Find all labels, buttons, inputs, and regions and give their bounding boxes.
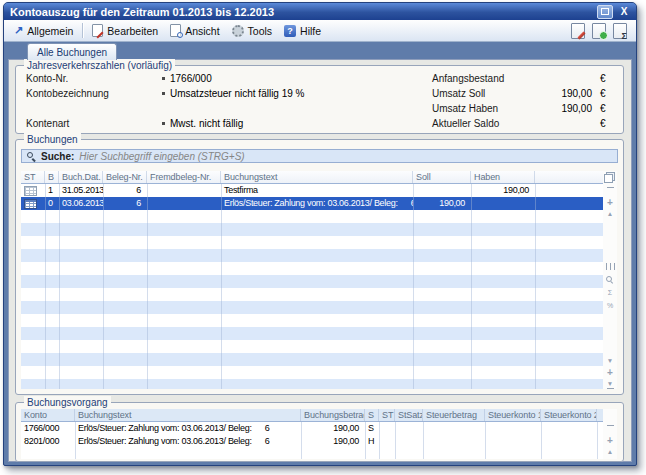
add-row-icon[interactable] xyxy=(603,369,617,377)
cell-b: 1 xyxy=(45,184,59,197)
help-icon xyxy=(284,25,296,37)
column-header-buchungsbetrag[interactable]: Buchungsbetrag xyxy=(301,409,365,421)
tab-page: Jahresverkehrszahlen (vorläufig) Konto-N… xyxy=(8,59,632,462)
groupbox-buchungsvorgang: Buchungsvorgang Konto Buchungstext Buchu… xyxy=(15,402,624,462)
cell-steuerkonto2 xyxy=(541,435,597,448)
cell-stsatz xyxy=(395,422,423,435)
field-value-umsatz-soll: 190,00 xyxy=(484,87,592,100)
groupbox-title: Buchungen xyxy=(24,133,81,146)
scroll-up-icon[interactable] xyxy=(603,210,617,217)
scroll-down-icon[interactable] xyxy=(603,357,617,364)
report-edit-icon[interactable] xyxy=(571,23,585,39)
window-controls xyxy=(597,5,630,19)
table-row-selected[interactable]: 0 03.06.2013 6 Erlös/Steuer: Zahlung vom… xyxy=(21,197,607,210)
column-header-fremdbelegnr[interactable]: Fremdbeleg-Nr. xyxy=(147,171,221,183)
percent-icon[interactable] xyxy=(603,302,617,309)
column-header-soll[interactable]: Soll xyxy=(413,171,471,183)
sum-icon[interactable] xyxy=(603,289,617,296)
column-divider xyxy=(147,184,148,389)
table-icon xyxy=(24,199,37,209)
process-nav-strip xyxy=(603,409,617,459)
search-icon xyxy=(27,152,36,161)
field-value-umsatz-haben: 190,00 xyxy=(484,102,592,115)
menu-bar: Allgemein Bearbeiten Ansicht Tools Hilfe xyxy=(4,20,636,42)
cell-s: S xyxy=(365,422,379,435)
menu-item-ansicht[interactable]: Ansicht xyxy=(164,22,225,39)
scroll-to-top-icon[interactable] xyxy=(603,187,617,189)
column-header-steuerkonto1[interactable]: Steuerkonto 1 xyxy=(485,409,541,421)
cell-steuerkonto1 xyxy=(485,422,541,435)
column-header-st[interactable]: ST xyxy=(21,171,45,183)
field-value-konto-nr: 1766/000 xyxy=(170,72,212,85)
menu-item-label: Ansicht xyxy=(185,25,219,37)
bookings-table-body[interactable]: 1 31.05.2013 6 Testfirma 190,00 0 xyxy=(21,184,607,389)
cell-belegnr: 6 xyxy=(103,184,147,197)
report-sum-icon[interactable] xyxy=(613,23,627,39)
cell-buchungstext: Erlös/Steuer: Zahlung vom: 03.06.2013/ B… xyxy=(221,197,413,210)
menu-item-bearbeiten[interactable]: Bearbeiten xyxy=(86,22,164,39)
scroll-to-bottom-icon[interactable] xyxy=(603,380,617,389)
search-input[interactable]: Suche: Hier Suchbegriff eingeben (STRG+S… xyxy=(21,149,618,163)
bookings-table-header[interactable]: ST B Buch.Dat. Beleg-Nr. Fremdbeleg-Nr. … xyxy=(21,171,607,184)
column-divider xyxy=(221,184,222,389)
scroll-up-icon[interactable] xyxy=(603,448,617,455)
tab-alle-buchungen[interactable]: Alle Buchungen xyxy=(27,43,117,60)
column-header-b[interactable]: B xyxy=(45,171,59,183)
table-row[interactable]: 1766/000 Erlös/Steuer: Zahlung vom: 03.0… xyxy=(21,422,607,435)
table-row[interactable]: 8201/000 Erlös/Steuer: Zahlung vom: 03.0… xyxy=(21,435,607,448)
cell-b: 0 xyxy=(45,197,59,210)
restore-window-button[interactable] xyxy=(597,5,613,19)
columns-icon[interactable] xyxy=(606,263,615,270)
add-row-icon[interactable] xyxy=(603,199,617,207)
window-title: Kontoauszug für den Zeitraum 01.2013 bis… xyxy=(10,6,274,18)
report-check-icon[interactable] xyxy=(592,23,606,39)
field-value-kontobezeichnung: Umsatzsteuer nicht fällig 19 % xyxy=(170,87,305,100)
column-header-buchungstext[interactable]: Buchungstext xyxy=(75,409,301,421)
column-header-s[interactable]: S xyxy=(365,409,379,421)
close-window-button[interactable] xyxy=(618,6,630,18)
app-window: Kontoauszug für den Zeitraum 01.2013 bis… xyxy=(3,2,637,466)
cell-filler xyxy=(535,197,607,210)
process-table-header[interactable]: Konto Buchungstext Buchungsbetrag S ST S… xyxy=(21,409,607,422)
column-header-buchdat[interactable]: Buch.Dat. xyxy=(59,171,103,183)
bullet-icon xyxy=(162,122,165,125)
cell-steuerbetrag xyxy=(423,435,485,448)
bullet-icon xyxy=(162,77,165,80)
zoom-icon[interactable] xyxy=(606,276,614,284)
column-header-steuerbetrag[interactable]: Steuerbetrag xyxy=(423,409,485,421)
cell-konto: 1766/000 xyxy=(21,422,75,435)
column-divider xyxy=(471,184,472,389)
menu-item-hilfe[interactable]: Hilfe xyxy=(278,23,327,39)
field-label-konto-nr: Konto-Nr. xyxy=(26,72,68,85)
row-status-cell xyxy=(21,197,45,210)
column-header-steuerkonto2[interactable]: Steuerkonto 2 xyxy=(541,409,597,421)
cell-konto: 8201/000 xyxy=(21,435,75,448)
column-header-belegnr[interactable]: Beleg-Nr. xyxy=(103,171,147,183)
search-placeholder: Hier Suchbegriff eingeben (STRG+S) xyxy=(79,151,244,162)
column-header-konto[interactable]: Konto xyxy=(21,409,75,421)
bullet-icon xyxy=(162,92,165,95)
process-table-body[interactable]: 1766/000 Erlös/Steuer: Zahlung vom: 03.0… xyxy=(21,422,607,459)
groupbox-title: Jahresverkehrszahlen (vorläufig) xyxy=(24,59,175,72)
scroll-to-top-icon[interactable] xyxy=(603,425,617,427)
column-chooser-icon[interactable] xyxy=(604,172,615,182)
column-header-filler xyxy=(535,171,607,183)
toolbar-icons xyxy=(571,23,627,39)
column-header-haben[interactable]: Haben xyxy=(471,171,535,183)
cell-st xyxy=(379,422,395,435)
title-bar[interactable]: Kontoauszug für den Zeitraum 01.2013 bis… xyxy=(4,3,636,20)
column-header-stsatz[interactable]: StSatz xyxy=(395,409,423,421)
cell-buchungsbetrag: 190,00 xyxy=(301,422,365,435)
tab-label: Alle Buchungen xyxy=(37,47,107,58)
column-header-st[interactable]: ST xyxy=(379,409,395,421)
column-header-buchungstext[interactable]: Buchungstext xyxy=(221,171,413,183)
menu-item-allgemein[interactable]: Allgemein xyxy=(8,23,79,39)
currency-label: € xyxy=(600,117,606,130)
add-row-icon[interactable] xyxy=(603,437,617,445)
menu-item-label: Tools xyxy=(248,25,273,37)
table-row[interactable]: 1 31.05.2013 6 Testfirma 190,00 xyxy=(21,184,607,197)
menu-item-tools[interactable]: Tools xyxy=(226,23,279,39)
currency-label: € xyxy=(600,87,606,100)
groupbox-buchungen: Buchungen Suche: Hier Suchbegriff eingeb… xyxy=(15,139,624,395)
field-value-kontenart: Mwst. nicht fällig xyxy=(170,117,243,130)
